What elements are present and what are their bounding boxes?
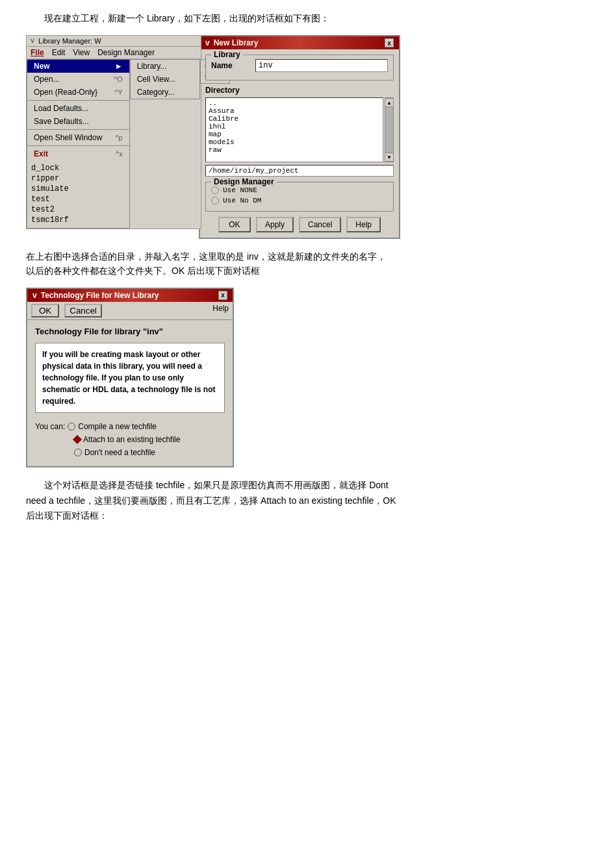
radio-use-none: Use NONE: [211, 186, 388, 194]
menu-divider-2: [27, 129, 129, 130]
menu-item-open-label: Open...: [34, 75, 59, 84]
radio-use-none-label: Use NONE: [223, 186, 257, 194]
close-button[interactable]: x: [385, 38, 394, 47]
menu-file[interactable]: File: [31, 48, 44, 57]
name-field-row: Name: [211, 59, 388, 72]
techfile-titlebar-arrow: v: [32, 291, 37, 300]
lib-item-tsmc18rf: tsmc18rf: [31, 215, 125, 225]
directory-section: Directory .. Assura Calibre ihnl map mod…: [205, 86, 394, 177]
design-manager-label: Design Manager: [211, 177, 277, 186]
scrollbar-down-arrow[interactable]: ▼: [385, 153, 394, 162]
path-input[interactable]: [205, 165, 394, 177]
radio-use-nodm-btn[interactable]: [211, 197, 219, 205]
techfile-cancel-button[interactable]: Cancel: [64, 304, 102, 317]
submenu-category[interactable]: Category...: [131, 86, 199, 99]
lib-item-test: test: [31, 194, 125, 205]
techfile-titlebar: v Technology File for New Library x: [27, 289, 233, 302]
lib-item-ripper: ripper: [31, 173, 125, 184]
menus-area: New ► Open... ^O Open (Read-Only} ^Y: [27, 59, 201, 229]
bottom-text-line2: need a techfile，这里我们要画版图，而且有工艺库，选择 Attac…: [26, 495, 396, 506]
cancel-button[interactable]: Cancel: [299, 217, 341, 232]
menu-item-save-defaults-label: Save Defaults...: [34, 117, 89, 126]
menu-item-open-shortcut: ^O: [114, 75, 123, 83]
lib-item-dlock: d_lock: [31, 163, 125, 173]
techfile-menubar: OK Cancel Help: [27, 302, 233, 320]
menu-item-new[interactable]: New ►: [27, 60, 129, 73]
submenu-category-label: Category...: [137, 88, 175, 97]
intro-text: 现在建立工程，新建一个 Library，如下左图，出现的对话框如下有图：: [26, 13, 588, 25]
dir-item-raw: raw: [209, 146, 380, 154]
directory-listbox-row: .. Assura Calibre ihnl map models raw ▲ …: [205, 97, 394, 162]
techfile-options: You can: Compile a new techfile Attach t…: [35, 419, 225, 460]
option3-radio[interactable]: [74, 449, 82, 456]
directory-listbox[interactable]: .. Assura Calibre ihnl map models raw: [205, 97, 383, 162]
submenu-cellview[interactable]: Cell View...: [131, 73, 199, 86]
titlebar-arrow-icon: v: [205, 38, 210, 47]
library-group-label: Library: [211, 50, 243, 59]
option2-diamond-icon: [73, 435, 82, 444]
techfile-close-button[interactable]: x: [218, 291, 227, 300]
submenu: Library... Cell View... Category...: [130, 59, 200, 99]
lib-manager-menubar: File Edit View Design Manager: [27, 47, 201, 59]
menu-item-exit-label: Exit: [34, 149, 48, 158]
option3-row: Don't need a techfile: [74, 448, 225, 457]
new-library-titlebar: v New Library x: [200, 36, 399, 49]
menu-item-open[interactable]: Open... ^O: [27, 73, 129, 86]
library-group: Library Name: [205, 55, 394, 81]
mid-text-line2: 以后的各种文件都在这个文件夹下。OK 后出现下面对话框: [26, 266, 260, 276]
titlebar-title: New Library: [214, 38, 259, 47]
dir-item-models: models: [209, 138, 380, 146]
bottom-text-line3: 后出现下面对话框：: [26, 510, 108, 521]
option1-radio[interactable]: [68, 423, 75, 430]
dir-item-map: map: [209, 130, 380, 138]
new-library-dialog: v New Library x Library Name Directory .…: [199, 35, 400, 239]
menu-item-exit[interactable]: Exit ^x: [27, 147, 129, 160]
menu-item-new-arrow: ►: [115, 62, 123, 71]
design-manager-group: Design Manager Use NONE Use No DM: [205, 182, 394, 212]
menu-divider-3: [27, 145, 129, 146]
dir-item-dotdot: ..: [209, 99, 380, 107]
techfile-ok-button[interactable]: OK: [31, 304, 59, 317]
menu-item-open-shell-label: Open Shell Window: [34, 133, 102, 142]
bottom-text-p1: 这个对话框是选择是否链接 techfile，如果只是原理图仿真而不用画版图，就选…: [26, 478, 588, 493]
submenu-library[interactable]: Library...: [131, 60, 199, 73]
menu-item-open-readonly[interactable]: Open (Read-Only} ^Y: [27, 86, 129, 99]
dialog-body: Library Name Directory .. Assura Calibre…: [200, 49, 399, 238]
lib-list: d_lock ripper simulate test test2 tsmc18…: [27, 160, 129, 228]
you-can-label: You can:: [35, 422, 65, 431]
dir-item-assura: Assura: [209, 107, 380, 115]
menu-view[interactable]: View: [73, 48, 90, 57]
you-can-row: You can: Compile a new techfile: [35, 422, 225, 431]
mid-text: 在上右图中选择合适的目录，并敲入名字，这里取的是 inv，这就是新建的文件夹的名…: [26, 249, 588, 279]
help-button[interactable]: Help: [346, 217, 381, 232]
techfile-help-button[interactable]: Help: [212, 304, 229, 317]
menu-item-open-readonly-shortcut: ^Y: [114, 88, 123, 96]
apply-button[interactable]: Apply: [256, 217, 294, 232]
menu-item-open-shell[interactable]: Open Shell Window ^p: [27, 131, 129, 144]
scrollbar-track: [385, 107, 393, 153]
menu-design-manager[interactable]: Design Manager: [97, 48, 155, 57]
file-dropdown-menu: New ► Open... ^O Open (Read-Only} ^Y: [27, 59, 130, 229]
lib-item-test2: test2: [31, 205, 125, 215]
radio-use-none-btn[interactable]: [211, 186, 219, 194]
menu-item-load-defaults-label: Load Defaults...: [34, 104, 88, 113]
option2-row: Attach to an existing techfile: [74, 435, 225, 444]
radio-use-nodm: Use No DM: [211, 197, 388, 205]
option3-label: Don't need a techfile: [84, 448, 155, 457]
ok-button[interactable]: OK: [218, 217, 251, 232]
lib-manager-window: v Library Manager: W File Edit View Desi…: [26, 35, 201, 229]
scrollbar-up-arrow[interactable]: ▲: [385, 98, 394, 107]
bottom-text-p3: 后出现下面对话框：: [26, 508, 588, 524]
option1-label: Compile a new techfile: [78, 422, 157, 431]
radio-use-nodm-label: Use No DM: [223, 197, 261, 205]
menu-edit[interactable]: Edit: [52, 48, 66, 57]
directory-scrollbar[interactable]: ▲ ▼: [385, 97, 394, 162]
dir-item-calibre: Calibre: [209, 115, 380, 123]
menu-item-load-defaults[interactable]: Load Defaults...: [27, 102, 129, 115]
directory-label: Directory: [205, 86, 394, 95]
lib-item-simulate: simulate: [31, 184, 125, 194]
menu-item-save-defaults[interactable]: Save Defaults...: [27, 115, 129, 128]
techfile-dialog: v Technology File for New Library x OK C…: [26, 288, 234, 467]
menu-item-open-readonly-label: Open (Read-Only}: [34, 88, 97, 97]
name-input[interactable]: [255, 59, 388, 72]
